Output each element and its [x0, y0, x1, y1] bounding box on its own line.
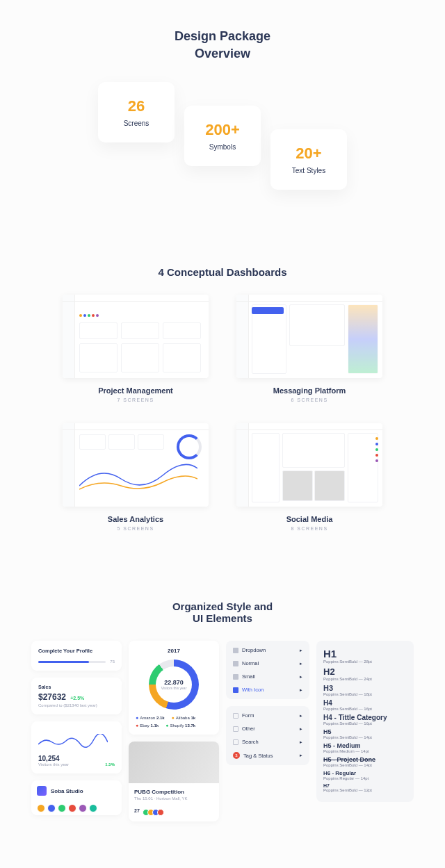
donut-sub: Visitors this year: [161, 686, 187, 690]
stat-card: 20+ Text Styles: [270, 129, 347, 190]
type-heading: H5 - Medium: [323, 742, 407, 749]
dashboard-item: Sales Analytics 5 Screens: [63, 423, 209, 531]
sales-label: Sales: [38, 685, 115, 689]
event-count: 27: [134, 808, 140, 813]
type-row: H2 Poppins SemiBold — 24pt: [323, 666, 407, 681]
type-spec: Poppins SemiBold — 24pt: [323, 677, 407, 681]
chevron-right-icon: ▸: [300, 674, 302, 680]
type-row: H5 Poppins SemiBold — 14pt: [323, 728, 407, 739]
menu-label: Search: [242, 739, 259, 745]
dashboard-title: Social Media: [236, 515, 382, 523]
legend-item: Amazon 2.1k: [136, 715, 165, 720]
stat-num: 200+: [198, 121, 247, 139]
type-heading: H2: [323, 666, 407, 677]
progress-bar: [38, 661, 106, 663]
menu-badge: 3: [233, 752, 240, 759]
dashboard-title: Project Management: [63, 386, 209, 395]
menu-icon: [233, 726, 238, 732]
dashboard-title: Messaging Platform: [236, 386, 382, 395]
sales-pct: +2.5%: [70, 696, 84, 701]
typography-list: H1 Poppins SemiBold — 28pt H2 Poppins Se…: [316, 641, 414, 802]
type-heading: H7: [323, 783, 407, 788]
menu-label: Dropdown: [242, 647, 266, 653]
dashboard-thumb: [63, 423, 209, 507]
chevron-right-icon: ▸: [300, 687, 302, 693]
dashboards-heading: 4 Conceptual Dashboards: [0, 266, 445, 278]
legend-item: Ebay 1.1k: [136, 723, 159, 728]
type-spec: Poppins SemiBold — 16pt: [323, 721, 407, 726]
menu-item[interactable]: Other ▸: [226, 722, 309, 735]
type-spec: Poppins Medium — 14pt: [323, 749, 407, 753]
menu-icon: [233, 687, 238, 693]
sales-sub: Compared to ($21340 last year): [38, 703, 115, 707]
menu-list-2: Form ▸ Other ▸ Search ▸ 3Tag & Status ▸: [226, 706, 309, 765]
hero-title-2: Overview: [0, 45, 445, 63]
menu-item[interactable]: Search ▸: [226, 735, 309, 748]
menu-icon: [233, 661, 238, 666]
event-avatars: [143, 809, 164, 816]
avatar-row: [31, 801, 122, 815]
type-row: H1 Poppins SemiBold — 28pt: [323, 648, 407, 664]
dashboard-thumb: [236, 423, 382, 507]
chevron-right-icon: ▸: [300, 753, 302, 758]
sales-value: $27632: [38, 692, 66, 702]
donut-num: 22.870: [161, 679, 187, 686]
sales-card: Sales $27632 +2.5% Compared to ($21340 l…: [31, 678, 122, 714]
chevron-right-icon: ▸: [300, 739, 302, 745]
type-heading: H5: [323, 728, 407, 735]
soba-name: Soba Studio: [51, 788, 83, 794]
chevron-right-icon: ▸: [300, 713, 302, 719]
dashboard-sub: 5 Screens: [63, 526, 209, 531]
event-sub: Thu 15.01 · Horizon Mall, YK: [134, 796, 213, 801]
menu-item[interactable]: 3Tag & Status ▸: [226, 748, 309, 762]
sparkline-icon: [38, 734, 108, 749]
menu-icon: [233, 739, 238, 745]
stat-label: Text Styles: [284, 167, 333, 174]
type-spec: Poppins SemiBold — 12pt: [323, 788, 407, 792]
donut-chart-icon: 22.870 Visitors this year: [149, 660, 199, 710]
profile-label: Complete Your Profile: [38, 648, 115, 654]
menu-label: Tag & Status: [243, 753, 273, 759]
stat-num: 26: [112, 97, 161, 115]
legend-item: Alibaba 1k: [172, 715, 196, 720]
menu-item[interactable]: Small ▸: [226, 670, 309, 683]
type-row: H7 Poppins SemiBold — 12pt: [323, 783, 407, 792]
type-row: H4 - Tittle Category Poppins SemiBold — …: [323, 714, 407, 726]
stat-card: 200+ Symbols: [184, 106, 261, 166]
event-card: PUBG Competition Thu 15.01 · Horizon Mal…: [129, 742, 219, 821]
visitors-num: 10,254: [38, 755, 69, 762]
stat-card: 26 Screens: [98, 82, 175, 142]
ui-heading-2: UI Elements: [0, 612, 445, 624]
dashboard-sub: 8 Screens: [236, 526, 382, 531]
type-row: H3 Poppins SemiBold — 18pt: [323, 684, 407, 696]
hero-title-1: Design Package: [0, 28, 445, 45]
menu-item[interactable]: Normal ▸: [226, 657, 309, 670]
menu-icon: [233, 648, 238, 653]
soba-logo-icon: [37, 786, 47, 796]
visitors-card: 10,254 Visitors this year 1.5%: [31, 721, 122, 773]
dashboard-item: Social Media 8 Screens: [236, 423, 382, 531]
ui-heading-1: Organized Style and: [0, 600, 445, 612]
menu-icon: [233, 674, 238, 680]
dashboard-item: Messaging Platform 6 Screens: [236, 295, 382, 402]
menu-list-1: Dropdown ▸ Normal ▸ Small ▸ With Icon ▸: [226, 641, 309, 699]
type-heading: H3: [323, 684, 407, 692]
event-photo: [129, 742, 219, 783]
type-heading: H1: [323, 648, 407, 660]
type-spec: Poppins SemiBold — 14pt: [323, 763, 407, 767]
menu-item[interactable]: With Icon ▸: [226, 683, 309, 696]
donut-legend: Amazon 2.1kAlibaba 1kEbay 1.1kShopify 13…: [136, 715, 212, 728]
legend-item: Shopify 13.7k: [165, 723, 195, 728]
menu-item[interactable]: Dropdown ▸: [226, 644, 309, 657]
donut-year: 2017: [136, 648, 212, 654]
stat-num: 20+: [284, 145, 333, 163]
type-spec: Poppins SemiBold — 16pt: [323, 707, 407, 711]
soba-card: Soba Studio: [31, 780, 122, 815]
menu-item[interactable]: Form ▸: [226, 709, 309, 722]
dashboard-sub: 6 Screens: [236, 398, 382, 402]
chevron-right-icon: ▸: [300, 726, 302, 732]
dash-grid: Project Management 7 Screens Messaging P…: [0, 295, 445, 531]
type-spec: Poppins Regular — 14pt: [323, 776, 407, 780]
type-heading: H6 - Regular: [323, 770, 407, 776]
menu-label: With Icon: [242, 687, 264, 693]
